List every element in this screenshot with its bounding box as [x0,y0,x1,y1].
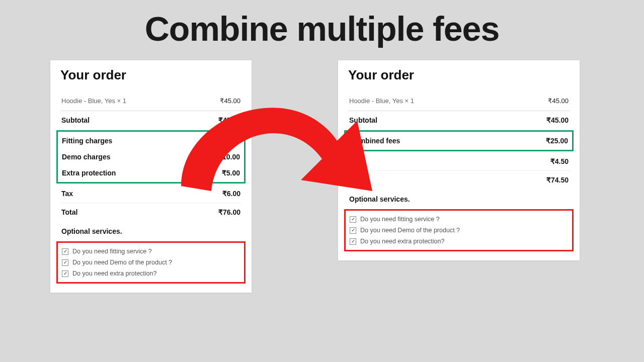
option-label: Do you need Demo of the product ? [360,227,460,234]
subtotal-label: Subtotal [61,116,90,124]
option-label: Do you need fitting service ? [360,216,440,223]
line-item-value: ₹45.00 [548,97,569,105]
total-value: ₹76.00 [218,208,240,216]
fee-label: Fitting charges [62,137,112,145]
tax-value: ₹6.00 [222,190,240,198]
optional-services-title: Optional services. [60,221,242,239]
total-row: Total ₹76.00 [60,203,242,221]
checkbox-icon[interactable]: ✓ [350,227,356,234]
subtotal-label: Subtotal [349,116,377,124]
tax-row: Tax ₹6.00 [60,185,242,203]
options-highlight-box: ✓ Do you need fitting service ? ✓ Do you… [344,209,574,251]
line-item: Hoodie - Blue, Yes × 1 ₹45.00 [60,92,242,110]
option-row: ✓ Do you need fitting service ? [350,214,568,225]
fee-value: ₹10.00 [218,137,240,145]
option-label: Do you need extra protection? [72,270,156,277]
line-item-value: ₹45.00 [220,97,240,105]
order-title: Your order [60,67,242,83]
combined-fee-row: Combined fees ₹25.00 [349,133,569,149]
options-highlight-box: ✓ Do you need fitting service ? ✓ Do you… [56,241,246,284]
checkbox-icon[interactable]: ✓ [350,238,356,245]
fee-row: Demo charges ₹10.00 [61,149,241,165]
fee-row: Fitting charges ₹10.00 [61,133,241,149]
tax-row: Tax ₹4.50 [348,152,570,170]
tax-label: Tax [349,157,361,165]
fees-highlight-box: Fitting charges ₹10.00 Demo charges ₹10.… [56,130,246,184]
checkbox-icon[interactable]: ✓ [62,259,68,266]
order-card-before: Your order Hoodie - Blue, Yes × 1 ₹45.00… [50,60,252,293]
option-label: Do you need Demo of the product ? [72,259,172,266]
fee-label: Extra protection [62,169,116,177]
checkbox-icon[interactable]: ✓ [62,270,68,277]
option-label: Do you need fitting service ? [72,248,152,255]
option-row: ✓ Do you need fitting service ? [62,246,240,257]
subtotal-value: ₹45.00 [546,116,569,124]
combined-fee-label: Combined fees [350,137,400,145]
fee-label: Demo charges [62,153,110,161]
order-title: Your order [348,67,570,83]
combined-fee-highlight-box: Combined fees ₹25.00 [344,130,574,151]
fee-value: ₹10.00 [218,153,240,161]
option-row: ✓ Do you need extra protection? [350,236,568,247]
subtotal-row: Subtotal ₹45.00 [348,111,570,129]
total-row: Total ₹74.50 [348,170,570,189]
line-item-label: Hoodie - Blue, Yes × 1 [61,97,126,105]
checkbox-icon[interactable]: ✓ [350,216,356,223]
option-row: ✓ Do you need extra protection? [62,268,240,279]
option-row: ✓ Do you need Demo of the product ? [62,257,240,268]
line-item: Hoodie - Blue, Yes × 1 ₹45.00 [348,92,570,110]
order-card-after: Your order Hoodie - Blue, Yes × 1 ₹45.00… [338,60,580,260]
page-headline: Combine multiple fees [0,0,644,48]
option-label: Do you need extra protection? [360,238,444,245]
fee-value: ₹5.00 [222,169,240,177]
comparison-panels: Your order Hoodie - Blue, Yes × 1 ₹45.00… [0,60,644,352]
option-row: ✓ Do you need Demo of the product ? [350,225,568,236]
total-label: Total [61,208,77,216]
subtotal-row: Subtotal ₹45.00 [60,111,242,129]
line-item-label: Hoodie - Blue, Yes × 1 [349,97,414,105]
subtotal-value: ₹45.00 [218,116,240,124]
combined-fee-value: ₹25.00 [546,137,568,145]
total-label: Total [349,176,365,184]
fee-row: Extra protection ₹5.00 [61,165,241,181]
total-value: ₹74.50 [546,176,569,184]
tax-label: Tax [61,190,73,198]
tax-value: ₹4.50 [550,157,569,165]
optional-services-title: Optional services. [348,189,570,207]
checkbox-icon[interactable]: ✓ [62,248,68,255]
